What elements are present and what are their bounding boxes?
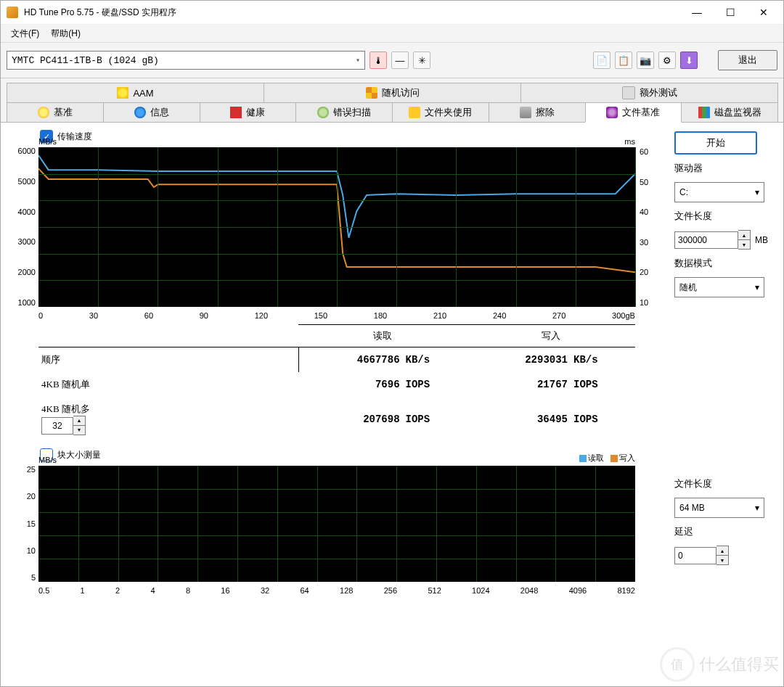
results-table: 读取 写入 顺序4667786KB/s2293031KB/s4KB 随机单769… — [38, 324, 635, 441]
bulb-icon — [606, 107, 618, 118]
folder-icon — [409, 107, 420, 118]
transfer-panel: ✓ 传输速度 MB/s ms 600050004000300020001000 … — [8, 130, 776, 441]
app-window: HD Tune Pro 5.75 - 硬盘/SSD 实用程序 — ☐ ✕ 文件(… — [0, 0, 784, 687]
watermark: 值 什么值得买 — [660, 647, 779, 682]
transfer-x-axis: 0306090120150180210240270300gB — [38, 311, 635, 320]
dash-icon[interactable]: — — [391, 52, 409, 69]
tab-health[interactable]: 健康 — [200, 102, 297, 122]
save-icon[interactable]: ⬇ — [680, 52, 698, 69]
screenshot-icon[interactable]: 📷 — [637, 52, 654, 69]
options-icon[interactable]: ⚙ — [658, 52, 676, 69]
chevron-down-icon: ▾ — [755, 282, 759, 292]
block-filelen-select[interactable]: 64 MB▾ — [674, 498, 764, 518]
close-button[interactable]: ✕ — [747, 1, 780, 24]
results-header-read: 读取 — [298, 325, 467, 347]
transfer-y2-axis: 605040302010 — [640, 147, 660, 307]
spin-down-icon[interactable]: ▼ — [716, 556, 728, 564]
blocksize-chart: 252015105 0.5124816326412825651210242048… — [38, 466, 635, 582]
tab-erase[interactable]: 擦除 — [489, 102, 586, 122]
block-y-axis: 252015105 — [9, 466, 36, 582]
y2-axis-unit: ms — [624, 137, 635, 146]
tab-extra-tests[interactable]: 额外测试 — [520, 83, 778, 102]
blocksize-panel: 块大小测量 MB/s 读取 写入 252015105 0.51248163264… — [8, 448, 776, 582]
transfer-chart: 600050004000300020001000 605040302010 03… — [38, 147, 635, 307]
tab-aam[interactable]: AAM — [7, 83, 264, 102]
delay-label: 延迟 — [674, 525, 776, 538]
filelen-input[interactable]: ▲▼ — [674, 230, 751, 250]
tab-disk-monitor[interactable]: 磁盘监视器 — [681, 102, 778, 122]
minimize-button[interactable]: — — [680, 1, 714, 24]
tab-file-benchmark[interactable]: 文件基准 — [585, 102, 682, 123]
spin-up-icon[interactable]: ▲ — [738, 231, 750, 240]
menu-file[interactable]: 文件(F) — [5, 26, 45, 41]
maximize-button[interactable]: ☐ — [714, 1, 747, 24]
transfer-speed-label: 传输速度 — [57, 131, 92, 143]
spark-icon[interactable]: ✳ — [413, 52, 430, 69]
speaker-icon — [117, 87, 128, 99]
question-icon — [38, 107, 49, 118]
menu-help[interactable]: 帮助(H) — [45, 26, 86, 41]
copy-text-icon[interactable]: 📄 — [593, 52, 611, 69]
window-title: HD Tune Pro 5.75 - 硬盘/SSD 实用程序 — [24, 7, 680, 19]
queue-depth-input[interactable]: ▲▼ — [41, 416, 295, 435]
blocksize-label: 块大小测量 — [57, 449, 101, 461]
toolbar: YMTC PC411-1TB-B (1024 gB) ▾ 🌡 — ✳ 📄 📋 📷… — [1, 43, 783, 78]
delay-input[interactable]: ▲▼ — [674, 546, 725, 565]
dice-icon — [366, 87, 377, 99]
clipboard-icon — [622, 86, 635, 99]
transfer-side-panel: 开始 驱动器 C:▾ 文件长度 ▲▼ MB 数据模式 随机▾ — [674, 130, 776, 441]
chevron-down-icon: ▾ — [755, 503, 759, 513]
result-row: 4KB 随机单7696IOPS21767IOPS — [38, 372, 635, 397]
tab-folder-usage[interactable]: 文件夹使用 — [392, 102, 489, 122]
results-header-write: 写入 — [467, 325, 635, 347]
magnifier-icon — [317, 107, 329, 118]
content-area: ✓ 传输速度 MB/s ms 600050004000300020001000 … — [1, 122, 783, 686]
drive-label: 驱动器 — [674, 162, 776, 175]
drive-select[interactable]: C:▾ — [674, 182, 764, 202]
plus-icon — [230, 107, 242, 118]
bars-icon — [698, 107, 710, 118]
tab-benchmark[interactable]: 基准 — [7, 102, 104, 122]
filelen-label: 文件长度 — [674, 210, 776, 223]
spin-up-icon[interactable]: ▲ — [716, 546, 728, 556]
titlebar: HD Tune Pro 5.75 - 硬盘/SSD 实用程序 — ☐ ✕ — [1, 1, 783, 25]
block-y-axis-unit: MB/s — [38, 456, 57, 464]
filelen-unit: MB — [755, 235, 768, 245]
transfer-y-axis: 600050004000300020001000 — [9, 147, 36, 307]
menubar: 文件(F) 帮助(H) — [1, 25, 783, 43]
y-axis-unit: MB/s — [38, 137, 57, 146]
datamode-label: 数据模式 — [674, 257, 776, 270]
block-x-axis: 0.512481632641282565121024204840968192 — [38, 586, 635, 595]
exit-button[interactable]: 退出 — [718, 50, 777, 70]
start-button[interactable]: 开始 — [674, 131, 757, 155]
block-legend: 读取 写入 — [575, 453, 635, 464]
copy-info-icon[interactable]: 📋 — [615, 52, 632, 69]
tab-random-access[interactable]: 随机访问 — [264, 83, 521, 102]
chevron-down-icon: ▾ — [356, 56, 360, 65]
result-row: 顺序4667786KB/s2293031KB/s — [38, 347, 635, 373]
app-icon — [7, 7, 18, 18]
result-row: 4KB 随机多 ▲▼207698IOPS36495IOPS — [38, 397, 635, 441]
datamode-select[interactable]: 随机▾ — [674, 277, 764, 297]
blocksize-side-panel: 文件长度 64 MB▾ 延迟 ▲▼ — [674, 448, 776, 582]
trash-icon — [520, 107, 531, 118]
device-combo-value: YMTC PC411-1TB-B (1024 gB) — [12, 55, 159, 66]
tab-info[interactable]: 信息 — [103, 102, 200, 122]
device-combo[interactable]: YMTC PC411-1TB-B (1024 gB) ▾ — [7, 51, 365, 70]
tab-error-scan[interactable]: 错误扫描 — [295, 102, 393, 122]
spin-down-icon[interactable]: ▼ — [738, 240, 750, 249]
block-filelen-label: 文件长度 — [674, 477, 776, 490]
thermometer-icon[interactable]: 🌡 — [369, 52, 387, 69]
info-icon — [134, 107, 146, 118]
chevron-down-icon: ▾ — [755, 187, 759, 197]
tabs: AAM 随机访问 额外测试 基准 信息 健康 错误扫描 文件夹使用 擦除 文件基… — [1, 78, 783, 122]
